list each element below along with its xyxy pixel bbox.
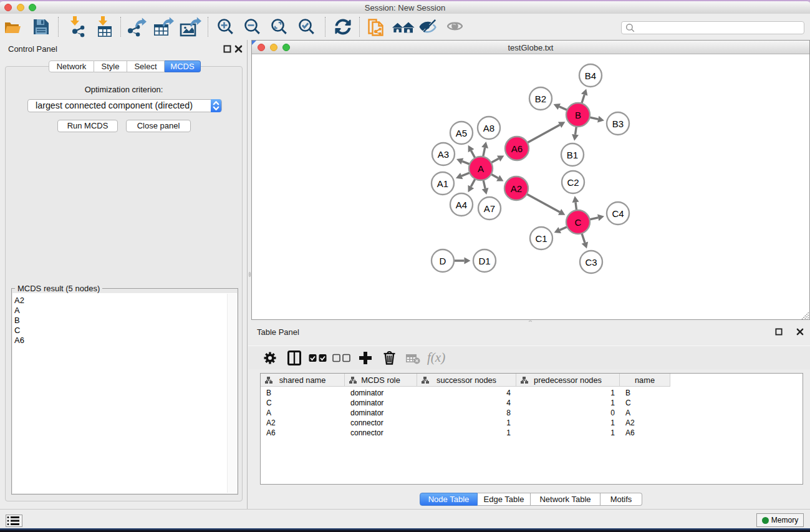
svg-text:A1: A1 [437, 178, 448, 189]
svg-text:A3: A3 [438, 149, 449, 160]
svg-text:A: A [478, 163, 484, 174]
svg-text:C: C [575, 217, 582, 228]
svg-text:A5: A5 [456, 128, 467, 138]
svg-text:A6: A6 [511, 143, 523, 154]
svg-text:A4: A4 [456, 200, 467, 210]
svg-text:B1: B1 [567, 150, 578, 160]
svg-text:C2: C2 [567, 177, 579, 188]
svg-text:D: D [440, 256, 446, 266]
svg-text:B4: B4 [585, 70, 596, 81]
svg-text:B: B [575, 110, 581, 120]
svg-text:B2: B2 [535, 94, 546, 104]
svg-text:A2: A2 [511, 183, 522, 194]
svg-text:C4: C4 [612, 208, 624, 219]
svg-text:A7: A7 [484, 203, 495, 214]
svg-text:A8: A8 [483, 123, 494, 133]
svg-text:D1: D1 [478, 256, 490, 266]
svg-text:C1: C1 [535, 233, 547, 244]
svg-text:B3: B3 [612, 118, 624, 129]
svg-text:C3: C3 [585, 257, 597, 268]
